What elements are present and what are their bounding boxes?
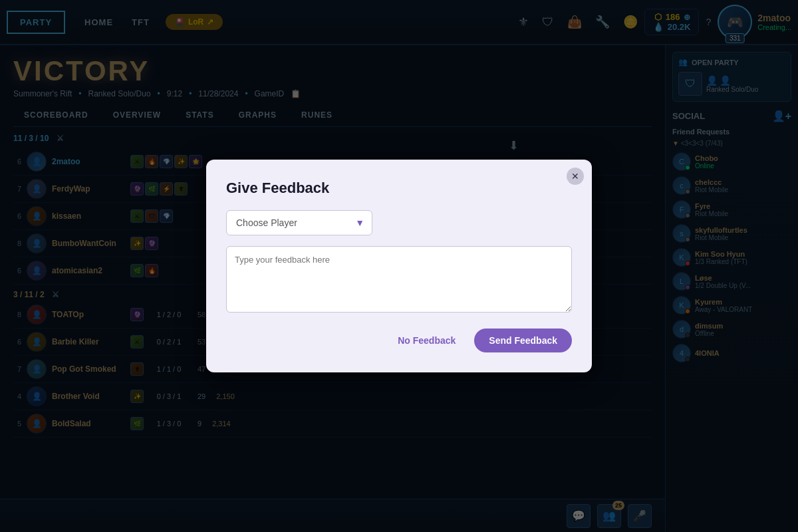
no-feedback-button[interactable]: No Feedback — [387, 330, 466, 351]
give-feedback-modal: ✕ Give Feedback Choose Player 2matoo Fer… — [206, 160, 592, 372]
modal-overlay[interactable]: ✕ Give Feedback Choose Player 2matoo Fer… — [0, 0, 798, 532]
feedback-textarea[interactable] — [226, 246, 572, 313]
modal-title: Give Feedback — [226, 180, 572, 197]
send-feedback-button[interactable]: Send Feedback — [474, 329, 572, 352]
player-select[interactable]: Choose Player 2matoo FerdyWap kissaen Bu… — [226, 210, 372, 235]
player-select-wrapper: Choose Player 2matoo FerdyWap kissaen Bu… — [226, 210, 372, 235]
modal-close-button[interactable]: ✕ — [567, 168, 584, 185]
modal-actions: No Feedback Send Feedback — [226, 329, 572, 352]
